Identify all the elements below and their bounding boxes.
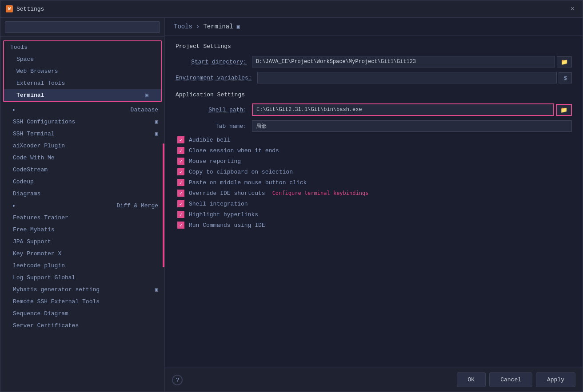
mouse-reporting-label: Mouse reporting: [189, 158, 241, 165]
mouse-reporting-checkbox[interactable]: [177, 158, 184, 165]
sidebar-item-label: Features Trainer: [13, 214, 68, 221]
sidebar-item-code-with-me[interactable]: Code With Me: [0, 152, 164, 164]
sidebar-item-label: Code With Me: [13, 154, 55, 161]
sidebar-item-log-support[interactable]: Log Support Global: [0, 272, 164, 284]
highlight-hyperlinks-checkbox[interactable]: [177, 211, 184, 218]
sidebar-item-jpa-support[interactable]: JPA Support: [0, 236, 164, 248]
override-shortcuts-checkbox[interactable]: [177, 190, 184, 197]
sidebar-item-external-tools[interactable]: External Tools: [4, 77, 161, 89]
cancel-button[interactable]: Cancel: [489, 372, 532, 387]
apply-button[interactable]: Apply: [536, 372, 575, 387]
sidebar-item-sequence-diagram[interactable]: Sequence Diagram: [0, 308, 164, 320]
start-directory-input-wrap: 📁: [252, 56, 572, 67]
paste-middle-label: Paste on middle mouse button click: [189, 179, 307, 186]
panel-header: Tools › Terminal ▣: [165, 18, 583, 36]
sidebar-item-tools[interactable]: Tools: [4, 41, 161, 53]
title-bar: W Settings ×: [0, 0, 583, 18]
ok-button[interactable]: OK: [457, 372, 486, 387]
sidebar-item-leetcode[interactable]: leetcode plugin: [0, 260, 164, 272]
tools-label: Tools: [10, 44, 28, 51]
checkbox-override-shortcuts: Override IDE shortcuts Configure termina…: [176, 190, 572, 197]
env-variables-btn[interactable]: $: [559, 72, 572, 83]
sidebar-item-space[interactable]: Space: [4, 53, 161, 65]
title-bar-left: W Settings: [6, 5, 44, 12]
start-directory-input[interactable]: [252, 56, 555, 67]
shell-path-label: Shell path:: [176, 107, 247, 113]
sidebar-item-mybatis-gen[interactable]: Mybatis generator setting ▣: [0, 284, 164, 296]
sidebar-item-diff-merge[interactable]: ▶ Diff & Merge: [0, 200, 164, 212]
shell-path-row: Shell path: 📁: [176, 103, 572, 116]
sidebar-item-ssh-configurations[interactable]: SSH Configurations ▣: [0, 116, 164, 128]
terminal-breadcrumb-icon: ▣: [237, 24, 240, 30]
sidebar-item-label: Free Mybatis: [13, 226, 55, 233]
shell-path-input-wrap: 📁: [252, 103, 572, 116]
project-settings-title: Project Settings: [176, 43, 572, 50]
sidebar-item-label: Sequence Diagram: [13, 310, 68, 317]
copy-clipboard-label: Copy to clipboard on selection: [189, 169, 293, 175]
sidebar-item-free-mybatis[interactable]: Free Mybatis: [0, 224, 164, 236]
sidebar-item-remote-ssh[interactable]: Remote SSH External Tools: [0, 296, 164, 308]
panel-body: Project Settings Start directory: 📁 Envi…: [165, 36, 583, 368]
search-input[interactable]: [5, 21, 160, 33]
sidebar-item-key-promoter[interactable]: Key Promoter X: [0, 248, 164, 260]
shell-integration-label: Shell integration: [189, 201, 248, 207]
env-variables-label-text: Environment variables:: [176, 75, 252, 81]
checkbox-run-commands: Run Commands using IDE: [176, 222, 572, 229]
sidebar-item-aixcoder[interactable]: aiXcoder Plugin: [0, 140, 164, 152]
nav-tree: Tools Space Web Browsers External Tools: [0, 37, 164, 333]
tab-name-input[interactable]: [252, 120, 572, 132]
start-directory-label-text: Start directory:: [191, 59, 247, 65]
env-variables-input[interactable]: [257, 72, 557, 83]
sidebar-item-ssh-terminal[interactable]: SSH Terminal ▣: [0, 128, 164, 140]
app-icon: W: [6, 5, 13, 12]
sidebar-item-label: External Tools: [16, 80, 65, 87]
sidebar-item-label: CodeStream: [13, 166, 48, 173]
shell-path-browse-btn[interactable]: 📁: [556, 104, 572, 116]
help-button[interactable]: ?: [172, 375, 183, 385]
sidebar-item-label: Database: [131, 107, 158, 113]
dialog-title: Settings: [16, 6, 44, 12]
sidebar-item-label: Log Support Global: [13, 274, 75, 281]
app-settings-title: Application Settings: [176, 91, 572, 98]
sidebar-item-web-browsers[interactable]: Web Browsers: [4, 65, 161, 77]
run-commands-checkbox[interactable]: [177, 222, 184, 229]
close-button[interactable]: ×: [568, 4, 577, 14]
sidebar-item-database[interactable]: ▶ Database: [0, 104, 164, 116]
sidebar-item-label: Diagrams: [13, 190, 40, 197]
sidebar-scroll-area: Tools Space Web Browsers External Tools: [0, 37, 164, 392]
sidebar-item-diagrams[interactable]: Diagrams: [0, 188, 164, 200]
action-buttons: OK Cancel Apply: [457, 372, 575, 387]
sidebar-item-label: Mybatis generator setting: [13, 286, 100, 293]
sidebar-item-codestream[interactable]: CodeStream: [0, 164, 164, 176]
sidebar-item-features-trainer[interactable]: Features Trainer: [0, 212, 164, 224]
sidebar-item-codeup[interactable]: Codeup: [0, 176, 164, 188]
configure-keybindings-link[interactable]: Configure terminal keybindings: [272, 190, 369, 196]
tab-name-label: Tab name:: [176, 123, 247, 130]
close-session-checkbox[interactable]: [177, 147, 184, 154]
start-directory-browse-btn[interactable]: 📁: [557, 56, 572, 67]
env-variables-input-wrap: $: [257, 72, 572, 83]
checkbox-copy-clipboard: Copy to clipboard on selection: [176, 168, 572, 175]
expandable-icon: ▶: [13, 203, 15, 208]
copy-clipboard-checkbox[interactable]: [177, 168, 184, 175]
sidebar-item-server-certs[interactable]: Server Certificates: [0, 320, 164, 332]
ssh-config-icon: ▣: [155, 119, 158, 125]
env-variables-label: Environment variables:: [176, 75, 252, 81]
highlight-hyperlinks-label: Highlight hyperlinks: [189, 211, 258, 218]
breadcrumb-separator: ›: [196, 23, 200, 30]
sidebar: Tools Space Web Browsers External Tools: [0, 18, 165, 392]
sidebar-item-label: SSH Terminal: [13, 131, 55, 137]
sidebar-item-terminal[interactable]: Terminal ▣: [4, 89, 161, 101]
paste-middle-checkbox[interactable]: [177, 179, 184, 186]
search-bar: [0, 18, 164, 37]
sidebar-item-label: Server Certificates: [13, 322, 79, 329]
checkbox-close-session: Close session when it ends: [176, 147, 572, 154]
shell-path-input[interactable]: [252, 103, 554, 116]
sidebar-item-label: aiXcoder Plugin: [13, 143, 65, 149]
sidebar-item-label: JPA Support: [13, 238, 51, 245]
shell-integration-checkbox[interactable]: [177, 200, 184, 207]
checkbox-highlight-hyperlinks: Highlight hyperlinks: [176, 211, 572, 218]
audible-bell-checkbox[interactable]: [177, 136, 184, 143]
terminal-label: Terminal: [16, 92, 44, 99]
sidebar-item-label: Diff & Merge: [116, 202, 158, 209]
